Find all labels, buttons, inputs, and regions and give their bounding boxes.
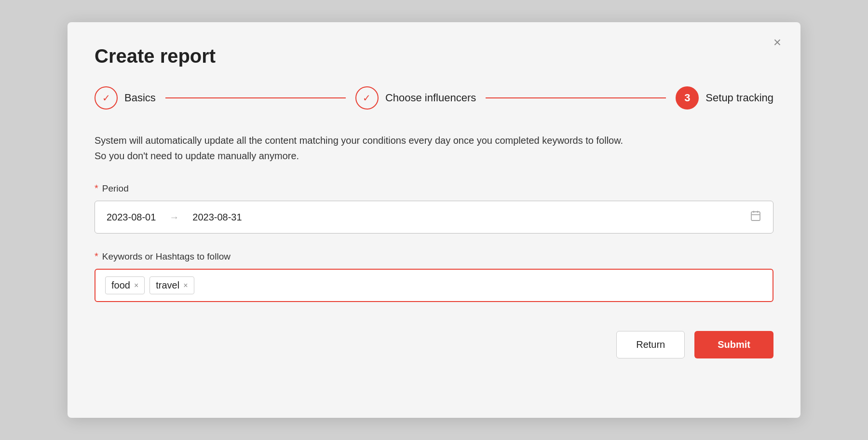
step-basics-label: Basics: [124, 92, 156, 104]
step-influencers-circle: ✓: [355, 86, 379, 110]
create-report-modal: × Create report ✓ Basics ✓ Choose influe…: [68, 22, 800, 418]
step-basics-check: ✓: [102, 92, 110, 104]
step-tracking-label: Setup tracking: [705, 92, 773, 104]
keywords-label: Keywords or Hashtags to follow: [102, 251, 231, 262]
calendar-icon[interactable]: [750, 210, 761, 224]
tag-travel: travel ×: [149, 276, 194, 294]
step-influencers-check: ✓: [363, 92, 371, 104]
keywords-input-box[interactable]: food × travel ×: [95, 269, 773, 302]
step-basics: ✓ Basics: [95, 86, 156, 110]
step-choose-influencers: ✓ Choose influencers: [355, 86, 476, 110]
button-row: Return Submit: [95, 331, 773, 358]
step-line-1: [165, 97, 346, 98]
tag-food-text: food: [111, 280, 130, 291]
date-range-input[interactable]: 2023-08-01 → 2023-08-31: [95, 201, 773, 234]
period-label-row: * Period: [95, 183, 773, 194]
description-text: System will automatically update all the…: [95, 133, 625, 164]
tag-travel-remove[interactable]: ×: [183, 282, 188, 289]
step-tracking-number: 3: [684, 92, 690, 104]
keywords-label-row: * Keywords or Hashtags to follow: [95, 251, 773, 262]
step-line-2: [486, 97, 666, 98]
svg-rect-0: [751, 212, 760, 220]
tag-travel-text: travel: [156, 280, 179, 291]
tag-food: food ×: [105, 276, 145, 294]
date-right-section: 2023-08-31: [192, 210, 761, 224]
modal-title: Create report: [95, 45, 773, 67]
close-button[interactable]: ×: [773, 36, 781, 49]
step-influencers-label: Choose influencers: [385, 92, 476, 104]
tag-food-remove[interactable]: ×: [134, 282, 138, 289]
return-button[interactable]: Return: [616, 331, 685, 358]
period-required-star: *: [95, 183, 98, 194]
step-tracking-circle: 3: [676, 86, 699, 110]
stepper: ✓ Basics ✓ Choose influencers 3 Setup tr…: [95, 86, 773, 110]
start-date: 2023-08-01: [107, 212, 156, 223]
step-setup-tracking: 3 Setup tracking: [676, 86, 773, 110]
date-arrow-icon: →: [169, 212, 179, 223]
period-label: Period: [102, 183, 129, 194]
end-date: 2023-08-31: [192, 212, 242, 223]
step-basics-circle: ✓: [95, 86, 118, 110]
keywords-required-star: *: [95, 251, 98, 262]
submit-button[interactable]: Submit: [694, 331, 773, 358]
